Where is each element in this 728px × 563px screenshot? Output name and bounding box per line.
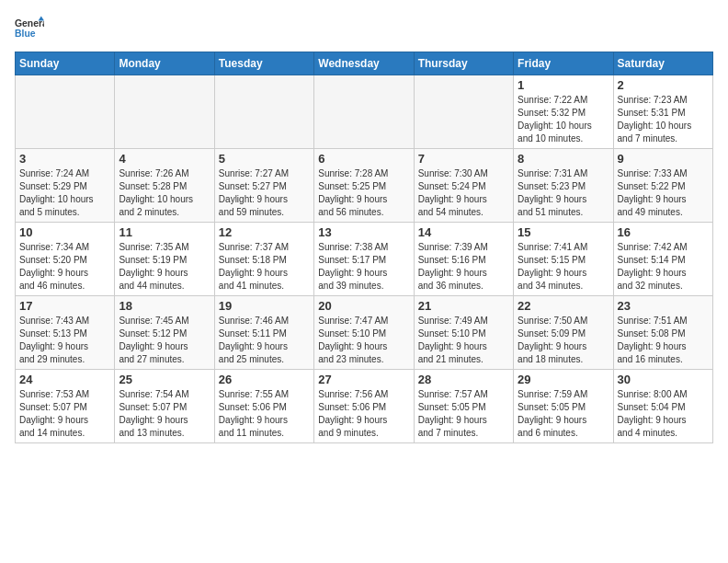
day-info: Sunrise: 7:50 AM Sunset: 5:09 PM Dayligh… xyxy=(518,315,609,366)
day-number: 18 xyxy=(119,299,210,313)
weekday-header-saturday: Saturday xyxy=(613,52,712,75)
weekday-header-sunday: Sunday xyxy=(16,52,115,75)
day-info: Sunrise: 7:24 AM Sunset: 5:29 PM Dayligh… xyxy=(19,167,110,219)
logo-icon: General Blue xyxy=(15,15,44,44)
day-number: 9 xyxy=(618,152,709,166)
day-cell: 4Sunrise: 7:26 AM Sunset: 5:28 PM Daylig… xyxy=(115,149,214,223)
day-number: 29 xyxy=(518,373,609,386)
day-cell: 17Sunrise: 7:43 AM Sunset: 5:13 PM Dayli… xyxy=(16,296,115,370)
day-number: 15 xyxy=(518,225,609,239)
day-info: Sunrise: 7:39 AM Sunset: 5:16 PM Dayligh… xyxy=(418,241,509,293)
day-info: Sunrise: 7:26 AM Sunset: 5:28 PM Dayligh… xyxy=(119,167,210,219)
weekday-header-thursday: Thursday xyxy=(414,52,513,75)
day-number: 11 xyxy=(119,225,210,239)
day-cell: 30Sunrise: 8:00 AM Sunset: 5:04 PM Dayli… xyxy=(613,370,712,443)
day-info: Sunrise: 7:38 AM Sunset: 5:17 PM Dayligh… xyxy=(318,241,409,293)
day-number: 20 xyxy=(318,299,409,313)
day-number: 27 xyxy=(318,373,409,386)
day-cell: 6Sunrise: 7:28 AM Sunset: 5:25 PM Daylig… xyxy=(314,149,414,223)
day-info: Sunrise: 7:41 AM Sunset: 5:15 PM Dayligh… xyxy=(518,241,609,293)
day-cell: 8Sunrise: 7:31 AM Sunset: 5:23 PM Daylig… xyxy=(514,149,613,223)
day-info: Sunrise: 7:34 AM Sunset: 5:20 PM Dayligh… xyxy=(19,241,110,293)
day-info: Sunrise: 7:22 AM Sunset: 5:32 PM Dayligh… xyxy=(518,94,609,145)
day-cell: 21Sunrise: 7:49 AM Sunset: 5:10 PM Dayli… xyxy=(414,296,513,370)
day-info: Sunrise: 8:00 AM Sunset: 5:04 PM Dayligh… xyxy=(618,388,709,440)
day-info: Sunrise: 7:37 AM Sunset: 5:18 PM Dayligh… xyxy=(219,241,310,293)
day-info: Sunrise: 7:47 AM Sunset: 5:10 PM Dayligh… xyxy=(318,315,409,366)
weekday-header-wednesday: Wednesday xyxy=(314,52,414,75)
day-info: Sunrise: 7:35 AM Sunset: 5:19 PM Dayligh… xyxy=(119,241,210,293)
day-number: 21 xyxy=(418,299,509,313)
day-cell: 7Sunrise: 7:30 AM Sunset: 5:24 PM Daylig… xyxy=(414,149,513,223)
day-cell: 20Sunrise: 7:47 AM Sunset: 5:10 PM Dayli… xyxy=(314,296,414,370)
day-number: 7 xyxy=(418,152,509,166)
week-row-2: 3Sunrise: 7:24 AM Sunset: 5:29 PM Daylig… xyxy=(16,149,713,223)
day-cell: 22Sunrise: 7:50 AM Sunset: 5:09 PM Dayli… xyxy=(514,296,613,370)
weekday-header-friday: Friday xyxy=(514,52,613,75)
day-number: 8 xyxy=(518,152,609,166)
day-cell: 9Sunrise: 7:33 AM Sunset: 5:22 PM Daylig… xyxy=(613,149,712,223)
day-info: Sunrise: 7:46 AM Sunset: 5:11 PM Dayligh… xyxy=(219,315,310,366)
day-cell: 14Sunrise: 7:39 AM Sunset: 5:16 PM Dayli… xyxy=(414,223,513,296)
day-info: Sunrise: 7:59 AM Sunset: 5:05 PM Dayligh… xyxy=(518,388,609,440)
day-info: Sunrise: 7:57 AM Sunset: 5:05 PM Dayligh… xyxy=(418,388,509,440)
day-info: Sunrise: 7:49 AM Sunset: 5:10 PM Dayligh… xyxy=(418,315,509,366)
day-number: 19 xyxy=(219,299,310,313)
day-cell: 2Sunrise: 7:23 AM Sunset: 5:31 PM Daylig… xyxy=(613,75,712,149)
day-cell: 15Sunrise: 7:41 AM Sunset: 5:15 PM Dayli… xyxy=(514,223,613,296)
day-info: Sunrise: 7:55 AM Sunset: 5:06 PM Dayligh… xyxy=(219,388,310,440)
day-info: Sunrise: 7:43 AM Sunset: 5:13 PM Dayligh… xyxy=(19,315,110,366)
day-cell: 27Sunrise: 7:56 AM Sunset: 5:06 PM Dayli… xyxy=(314,370,414,443)
day-number: 24 xyxy=(19,373,110,386)
day-cell: 26Sunrise: 7:55 AM Sunset: 5:06 PM Dayli… xyxy=(214,370,313,443)
day-number: 14 xyxy=(418,225,509,239)
day-cell xyxy=(314,75,414,149)
day-number: 17 xyxy=(19,299,110,313)
day-info: Sunrise: 7:45 AM Sunset: 5:12 PM Dayligh… xyxy=(119,315,210,366)
calendar-table: SundayMondayTuesdayWednesdayThursdayFrid… xyxy=(15,52,713,443)
day-cell: 12Sunrise: 7:37 AM Sunset: 5:18 PM Dayli… xyxy=(214,223,313,296)
week-row-4: 17Sunrise: 7:43 AM Sunset: 5:13 PM Dayli… xyxy=(16,296,713,370)
day-number: 6 xyxy=(318,152,409,166)
day-info: Sunrise: 7:31 AM Sunset: 5:23 PM Dayligh… xyxy=(518,167,609,219)
day-info: Sunrise: 7:56 AM Sunset: 5:06 PM Dayligh… xyxy=(318,388,409,440)
day-cell: 24Sunrise: 7:53 AM Sunset: 5:07 PM Dayli… xyxy=(16,370,115,443)
day-cell: 5Sunrise: 7:27 AM Sunset: 5:27 PM Daylig… xyxy=(214,149,313,223)
day-number: 25 xyxy=(119,373,210,386)
day-number: 5 xyxy=(219,152,310,166)
day-cell: 1Sunrise: 7:22 AM Sunset: 5:32 PM Daylig… xyxy=(514,75,613,149)
day-info: Sunrise: 7:30 AM Sunset: 5:24 PM Dayligh… xyxy=(418,167,509,219)
day-cell xyxy=(414,75,513,149)
day-cell: 28Sunrise: 7:57 AM Sunset: 5:05 PM Dayli… xyxy=(414,370,513,443)
day-cell: 19Sunrise: 7:46 AM Sunset: 5:11 PM Dayli… xyxy=(214,296,313,370)
day-info: Sunrise: 7:53 AM Sunset: 5:07 PM Dayligh… xyxy=(19,388,110,440)
day-number: 23 xyxy=(618,299,709,313)
day-number: 1 xyxy=(518,78,609,92)
day-cell xyxy=(214,75,313,149)
logo: General Blue xyxy=(15,15,46,44)
day-number: 10 xyxy=(19,225,110,239)
day-cell: 10Sunrise: 7:34 AM Sunset: 5:20 PM Dayli… xyxy=(16,223,115,296)
day-cell: 16Sunrise: 7:42 AM Sunset: 5:14 PM Dayli… xyxy=(613,223,712,296)
weekday-header-tuesday: Tuesday xyxy=(214,52,313,75)
day-number: 4 xyxy=(119,152,210,166)
day-number: 28 xyxy=(418,373,509,386)
day-cell xyxy=(16,75,115,149)
week-row-5: 24Sunrise: 7:53 AM Sunset: 5:07 PM Dayli… xyxy=(16,370,713,443)
week-row-1: 1Sunrise: 7:22 AM Sunset: 5:32 PM Daylig… xyxy=(16,75,713,149)
header: General Blue xyxy=(15,15,713,44)
day-number: 26 xyxy=(219,373,310,386)
day-info: Sunrise: 7:27 AM Sunset: 5:27 PM Dayligh… xyxy=(219,167,310,219)
day-number: 30 xyxy=(618,373,709,386)
day-cell xyxy=(115,75,214,149)
week-row-3: 10Sunrise: 7:34 AM Sunset: 5:20 PM Dayli… xyxy=(16,223,713,296)
day-number: 16 xyxy=(618,225,709,239)
day-info: Sunrise: 7:23 AM Sunset: 5:31 PM Dayligh… xyxy=(618,94,709,145)
day-number: 22 xyxy=(518,299,609,313)
weekday-header-monday: Monday xyxy=(115,52,214,75)
day-number: 2 xyxy=(618,78,709,92)
day-info: Sunrise: 7:33 AM Sunset: 5:22 PM Dayligh… xyxy=(618,167,709,219)
page: General Blue SundayMondayTuesdayWednesda… xyxy=(0,0,728,453)
day-info: Sunrise: 7:42 AM Sunset: 5:14 PM Dayligh… xyxy=(618,241,709,293)
day-info: Sunrise: 7:28 AM Sunset: 5:25 PM Dayligh… xyxy=(318,167,409,219)
